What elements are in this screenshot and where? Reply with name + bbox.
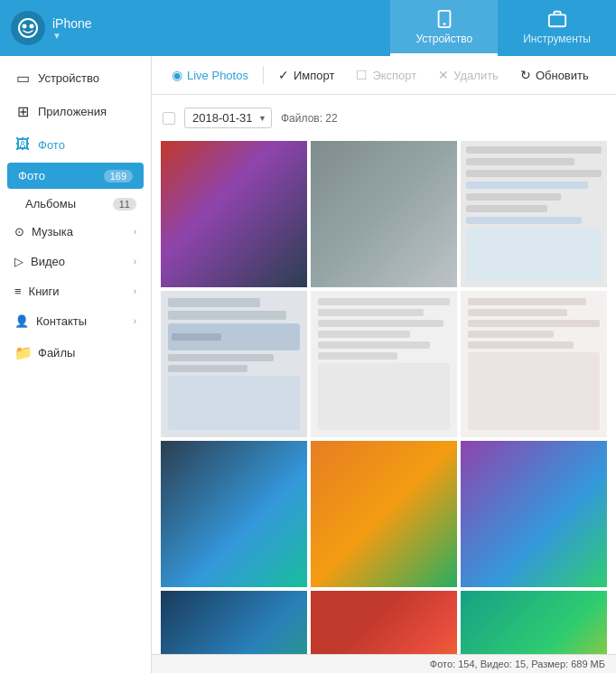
photos-icon: 🖼 — [14, 136, 31, 153]
sidebar-item-video[interactable]: ▷ Видео › — [0, 247, 151, 276]
photo-cell-7[interactable] — [161, 441, 307, 587]
contacts-arrow-icon: › — [134, 316, 136, 326]
photo-cell-10[interactable] — [161, 591, 307, 654]
photo-cell-2[interactable] — [311, 141, 457, 287]
date-checkbox[interactable] — [163, 112, 175, 125]
sidebar-subitem-photos[interactable]: Фото 169 — [7, 163, 144, 189]
logo-icon — [11, 11, 45, 45]
photo-cell-5[interactable] — [311, 291, 457, 437]
photo-grid-row4 — [161, 591, 607, 654]
export-icon: ☐ — [356, 68, 368, 82]
device-name[interactable]: iPhone — [52, 16, 92, 31]
photo-cell-11[interactable] — [311, 591, 457, 654]
live-photos-button[interactable]: ◉ Live Photos — [163, 63, 257, 87]
refresh-icon: ↻ — [520, 68, 531, 82]
photo-cell-3[interactable] — [461, 141, 607, 287]
toolbar-divider-1 — [263, 66, 264, 84]
photo-grid-row1 — [161, 141, 607, 287]
content-area: ◉ Live Photos ✓ Импорт ☐ Экспорт ✕ Удали… — [152, 56, 616, 673]
sidebar: ▭ Устройство ⊞ Приложения 🖼 Фото Фото 16… — [0, 56, 152, 673]
svg-point-0 — [19, 19, 37, 37]
delete-button[interactable]: ✕ Удалить — [429, 63, 508, 87]
music-icon: ⊙ — [14, 225, 24, 238]
books-arrow-icon: › — [134, 286, 136, 296]
video-icon: ▷ — [14, 255, 23, 268]
tab-tools[interactable]: Инструменты — [498, 0, 616, 56]
photo-area[interactable]: 2018-01-31 Файлов: 22 — [152, 95, 616, 654]
photo-grid-row2 — [161, 291, 607, 437]
main-layout: ▭ Устройство ⊞ Приложения 🖼 Фото Фото 16… — [0, 56, 616, 673]
apps-icon: ⊞ — [14, 103, 31, 120]
sidebar-item-apps[interactable]: ⊞ Приложения — [0, 95, 151, 128]
video-arrow-icon: › — [134, 257, 136, 266]
sidebar-subitem-albums[interactable]: Альбомы 11 — [0, 191, 151, 217]
sidebar-item-photos[interactable]: 🖼 Фото — [0, 128, 151, 161]
photo-cell-9[interactable] — [461, 441, 607, 587]
photo-cell-12[interactable] — [461, 591, 607, 654]
date-bar: 2018-01-31 Файлов: 22 — [161, 104, 607, 132]
files-icon: 📁 — [14, 344, 31, 361]
device-arrow: ▼ — [52, 31, 92, 41]
svg-rect-5 — [548, 14, 565, 26]
date-select[interactable]: 2018-01-31 — [184, 107, 272, 128]
sidebar-item-device[interactable]: ▭ Устройство — [0, 61, 151, 95]
status-bar: Фото: 154, Видео: 15, Размер: 689 МБ — [152, 654, 616, 673]
toolbar: ◉ Live Photos ✓ Импорт ☐ Экспорт ✕ Удали… — [152, 56, 616, 95]
device-icon: ▭ — [14, 70, 31, 87]
photos-count-badge: 169 — [104, 170, 133, 182]
sidebar-item-music[interactable]: ⊙ Музыка › — [0, 217, 151, 247]
photo-cell-4[interactable] — [161, 291, 307, 437]
delete-icon: ✕ — [438, 68, 449, 82]
svg-point-1 — [23, 24, 27, 29]
books-icon: ≡ — [14, 285, 22, 298]
import-button[interactable]: ✓ Импорт — [269, 63, 343, 87]
header-tabs: Устройство Инструменты — [390, 0, 616, 56]
tab-device[interactable]: Устройство — [390, 0, 498, 56]
photos-submenu: Фото 169 Альбомы 11 — [0, 163, 151, 217]
app-logo: iPhone ▼ — [0, 0, 126, 56]
live-photos-icon: ◉ — [172, 68, 182, 82]
photo-cell-8[interactable] — [311, 441, 457, 587]
sidebar-item-books[interactable]: ≡ Книги › — [0, 276, 151, 306]
header: iPhone ▼ Устройство Инструменты — [0, 0, 616, 56]
photo-cell-1[interactable] — [161, 141, 307, 287]
files-count: Файлов: 22 — [281, 112, 338, 125]
photo-grid-row3 — [161, 441, 607, 587]
date-select-wrap: 2018-01-31 — [184, 107, 272, 128]
import-icon: ✓ — [278, 68, 289, 82]
sidebar-item-contacts[interactable]: 👤 Контакты › — [0, 306, 151, 336]
contacts-icon: 👤 — [14, 314, 29, 328]
svg-point-2 — [30, 24, 34, 29]
albums-count-badge: 11 — [113, 198, 136, 210]
export-button[interactable]: ☐ Экспорт — [347, 63, 425, 87]
photo-cell-6[interactable] — [461, 291, 607, 437]
music-arrow-icon: › — [134, 227, 136, 237]
sidebar-item-files[interactable]: 📁 Файлы — [0, 336, 151, 369]
refresh-button[interactable]: ↻ Обновить — [511, 63, 598, 87]
